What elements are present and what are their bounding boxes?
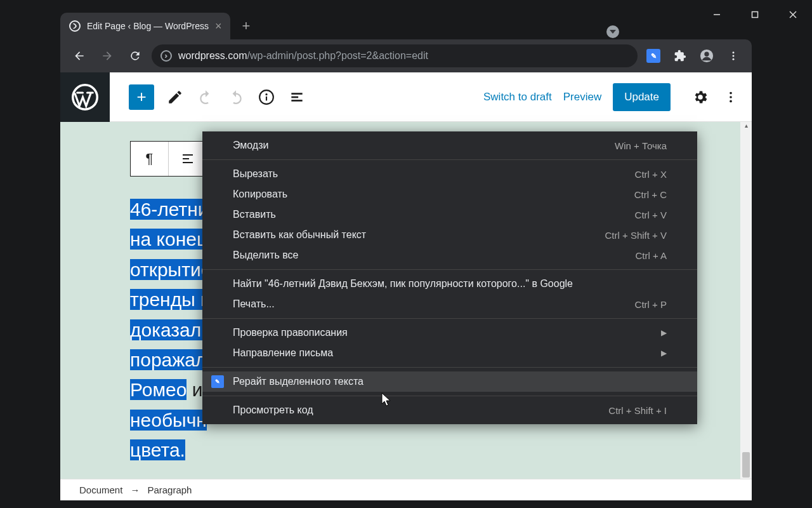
close-button[interactable] (774, 0, 812, 29)
selected-text-line: поражал (130, 349, 207, 370)
svg-point-17 (730, 96, 732, 98)
edit-tool-button[interactable] (166, 88, 185, 107)
selected-text-line: необычн (130, 410, 207, 431)
ctx-label: Копировать (233, 189, 287, 200)
block-breadcrumb: Document → Paragraph (60, 479, 752, 500)
undo-button[interactable] (196, 88, 215, 107)
selected-text-line: Ромео (130, 379, 187, 400)
ctx-shortcut: Ctrl + X (635, 169, 667, 180)
ctx-search-google[interactable]: Найти "46-летний Дэвид Бекхэм, пик попул… (202, 274, 697, 294)
ctx-separator (202, 318, 697, 319)
selected-text-line: тренды в (130, 289, 211, 310)
url-host: wordpress.com (178, 50, 247, 62)
ctx-writing-direction[interactable]: Направление письма▶ (202, 343, 697, 363)
svg-point-18 (730, 100, 732, 102)
svg-rect-1 (752, 11, 758, 17)
ctx-paste-plain[interactable]: Вставить как обычный текстCtrl + Shift +… (202, 225, 697, 245)
back-button[interactable] (68, 44, 91, 67)
url-path: /wp-admin/post.php?post=2&action=edit (247, 50, 428, 62)
svg-point-8 (733, 58, 735, 60)
chevron-right-icon: ▶ (661, 328, 667, 337)
address-bar: wordpress.com/wp-admin/post.php?post=2&a… (60, 39, 752, 72)
ctx-label: Просмотреть код (233, 404, 313, 416)
paragraph-block-icon[interactable]: ¶ (131, 142, 169, 176)
ctx-label: Направление письма (233, 347, 333, 359)
ctx-shortcut: Ctrl + P (635, 299, 667, 310)
site-info-icon[interactable] (160, 50, 172, 62)
tab-close-button[interactable]: × (215, 20, 222, 32)
ctx-shortcut: Ctrl + Shift + V (605, 230, 667, 241)
block-toolbar: ¶ (130, 141, 207, 177)
ctx-label: Найти "46-летний Дэвид Бекхэм, пик попул… (233, 278, 573, 290)
svg-point-5 (704, 52, 709, 57)
ctx-label: Рерайт выделенного текста (233, 376, 363, 387)
outline-button[interactable] (287, 88, 306, 107)
breadcrumb-separator: → (130, 485, 140, 495)
breadcrumb-document[interactable]: Document (79, 485, 122, 495)
ctx-shortcut: Ctrl + V (635, 210, 667, 220)
maximize-button[interactable] (736, 0, 774, 29)
extension-rewrite-icon: ✎ (211, 375, 224, 388)
redo-button[interactable] (226, 88, 246, 107)
ctx-shortcut: Win + Точка (615, 140, 667, 151)
media-control-icon[interactable] (606, 25, 619, 38)
add-block-button[interactable]: + (129, 84, 154, 110)
extensions-icon[interactable] (669, 45, 691, 67)
selected-text-line: открытие (130, 259, 211, 280)
reload-button[interactable] (124, 44, 147, 67)
ctx-label: Вставить (233, 209, 276, 220)
selected-text-line: на конеш (130, 229, 212, 250)
unselected-tail: и (187, 379, 202, 400)
switch-to-draft-button[interactable]: Switch to draft (483, 91, 552, 104)
ctx-cut[interactable]: ВырезатьCtrl + X (202, 164, 697, 184)
chevron-right-icon: ▶ (661, 349, 667, 358)
ctx-shortcut: Ctrl + C (634, 189, 667, 200)
ctx-separator (202, 269, 697, 270)
options-button[interactable] (721, 88, 740, 107)
ctx-inspect[interactable]: Просмотреть кодCtrl + Shift + I (202, 400, 697, 420)
profile-icon[interactable] (696, 45, 717, 67)
breadcrumb-paragraph[interactable]: Paragraph (147, 485, 192, 495)
window-controls (698, 0, 812, 29)
ctx-select-all[interactable]: Выделить всеCtrl + A (202, 245, 697, 265)
vertical-scrollbar[interactable] (740, 122, 752, 479)
preview-button[interactable]: Preview (563, 91, 601, 104)
align-button[interactable] (169, 142, 207, 176)
svg-point-6 (733, 51, 735, 53)
ctx-label: Вырезать (233, 168, 278, 180)
new-tab-button[interactable]: + (242, 18, 250, 34)
ctx-separator (202, 396, 697, 396)
svg-point-11 (265, 93, 267, 95)
settings-button[interactable] (691, 88, 710, 107)
ctx-copy[interactable]: КопироватьCtrl + C (202, 184, 697, 204)
url-field[interactable]: wordpress.com/wp-admin/post.php?post=2&a… (152, 44, 638, 67)
forward-button[interactable] (96, 44, 119, 67)
ctx-label: Эмодзи (233, 140, 268, 151)
extension-rewrite-icon[interactable]: ✎ (643, 45, 664, 67)
tab-title: Edit Page ‹ Blog — WordPress (87, 21, 209, 31)
svg-rect-12 (266, 96, 267, 100)
info-button[interactable] (257, 88, 276, 107)
svg-point-7 (733, 55, 735, 57)
ctx-rewrite-selected[interactable]: ✎Рерайт выделенного текста (202, 371, 697, 392)
selected-text-line: доказал, (130, 319, 207, 340)
update-button[interactable]: Update (613, 83, 671, 111)
ctx-shortcut: Ctrl + A (635, 250, 667, 261)
ctx-print[interactable]: Печать...Ctrl + P (202, 294, 697, 314)
browser-tab[interactable]: Edit Page ‹ Blog — WordPress × (60, 13, 230, 39)
browser-menu-icon[interactable] (723, 45, 744, 67)
ctx-paste[interactable]: ВставитьCtrl + V (202, 204, 697, 225)
selected-text-line: 46-летни (130, 199, 209, 220)
wp-logo-button[interactable] (60, 72, 110, 122)
ctx-emoji[interactable]: ЭмодзиWin + Точка (202, 135, 697, 156)
ctx-separator (202, 367, 697, 368)
ctx-label: Печать... (233, 298, 275, 310)
tab-bar: Edit Page ‹ Blog — WordPress × + (60, 13, 250, 39)
ctx-shortcut: Ctrl + Shift + I (608, 405, 667, 416)
minimize-button[interactable] (698, 0, 736, 29)
context-menu: ЭмодзиWin + Точка ВырезатьCtrl + X Копир… (202, 131, 697, 424)
svg-point-16 (730, 91, 732, 94)
wp-topbar: + Switch to draft Preview Update (60, 72, 752, 122)
ctx-spellcheck[interactable]: Проверка правописания▶ (202, 323, 697, 343)
selected-text-line: цвета. (130, 439, 185, 460)
